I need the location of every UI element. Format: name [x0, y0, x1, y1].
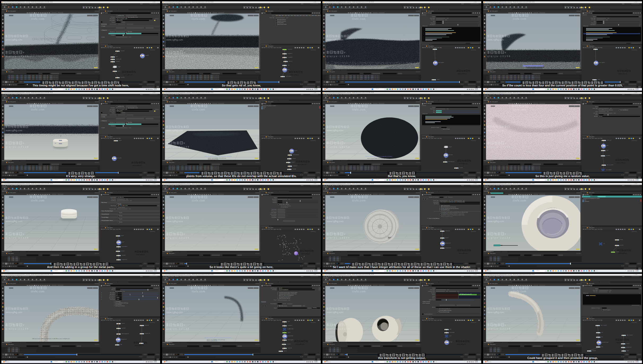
svg-text:Select the geometry, then choo: Select the geometry, then choose an oper…: [365, 156, 392, 157]
svg-text:Select the geometry, then choo: Select the geometry, then choose an oper…: [205, 156, 232, 157]
svg-text:Hold the selected WHEEL count: Hold the selected WHEEL countrout100 loo…: [367, 158, 386, 159]
svg-text:Hold this view by PointUS: Hold this view by PointUS: [207, 340, 217, 341]
svg-text:Select the geometry, then choo: Select the geometry, then choose an oper…: [204, 337, 231, 338]
svg-text:LMB mouse translate, MMB to pa: LMB mouse translate, MMB to pan, RightSu…: [32, 338, 70, 339]
